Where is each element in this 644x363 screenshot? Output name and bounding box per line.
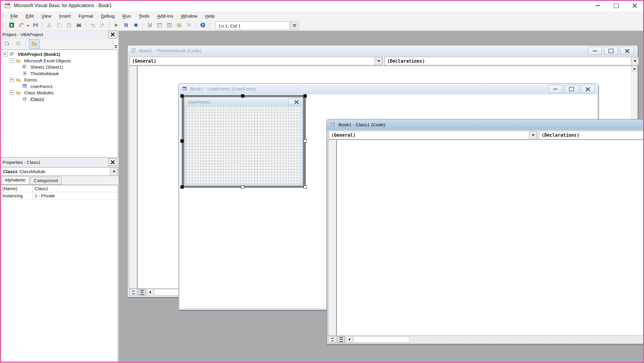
dropdown-arrow-button[interactable] — [631, 57, 639, 65]
object-selector-dropdown[interactable]: Class1 ClassModule — [1, 167, 118, 176]
property-value[interactable]: Class1 — [33, 186, 118, 191]
minimize-button[interactable] — [588, 0, 607, 11]
userform-grid-surface[interactable] — [186, 106, 301, 184]
find-button[interactable] — [75, 22, 83, 30]
object-dropdown[interactable]: (General) — [329, 131, 537, 139]
userform-minimize-button[interactable] — [548, 85, 562, 93]
menu-item-insert[interactable]: Insert — [55, 11, 75, 21]
procedure-dropdown[interactable]: (Declarations) — [539, 131, 644, 139]
userform-window-titlebar[interactable]: Book1 - UserForm1 (UserForm) — [179, 84, 598, 94]
property-value[interactable]: 1 - Private — [33, 193, 118, 198]
tree-item-class-modules[interactable]: Class Modules — [1, 90, 118, 96]
project-panel-header[interactable]: Project - VBAProject — [0, 30, 119, 39]
tree-expander-icon[interactable] — [3, 52, 8, 56]
properties-panel-close-button[interactable] — [108, 159, 117, 166]
tree-expander-icon[interactable] — [10, 90, 14, 95]
break-button[interactable] — [122, 22, 130, 30]
menu-item-edit[interactable]: Edit — [22, 11, 38, 21]
userform-restore-button[interactable] — [565, 85, 579, 93]
thisworkbook-restore-button[interactable] — [604, 47, 618, 55]
dropdown-arrow-button[interactable] — [110, 167, 118, 176]
resize-handle-top-right[interactable] — [303, 94, 307, 98]
resize-handle-top-center[interactable] — [241, 94, 244, 98]
redo-button[interactable] — [98, 22, 106, 30]
design-mode-button[interactable] — [145, 22, 154, 30]
insert-userform-button[interactable] — [17, 22, 25, 30]
menu-item-add-ins[interactable]: Add-Ins — [153, 11, 177, 21]
procedure-view-button[interactable] — [329, 336, 336, 343]
class1-titlebar[interactable]: Book1 - Class1 (Code) — [327, 119, 644, 130]
thisworkbook-minimize-button[interactable] — [588, 47, 602, 55]
resize-handle-middle-left[interactable] — [180, 139, 184, 143]
view-microsoft-excel-button[interactable]: X — [7, 22, 16, 30]
toolbar-options-button[interactable] — [290, 21, 299, 30]
maximize-button[interactable] — [607, 0, 625, 11]
view-object-button[interactable] — [13, 40, 23, 48]
tree-expander-icon[interactable] — [10, 78, 14, 82]
tab-categorized[interactable]: Categorized — [30, 177, 62, 184]
properties-window-button[interactable] — [165, 22, 173, 30]
menu-item-file[interactable]: File — [7, 11, 22, 21]
menu-item-run[interactable]: Run — [119, 11, 135, 21]
insert-object-dropdown-button[interactable] — [26, 22, 30, 30]
help-button[interactable]: ? — [199, 22, 207, 30]
procedure-dropdown[interactable]: (Declarations) — [384, 57, 639, 65]
tree-item-class1[interactable]: Class1 — [1, 96, 118, 103]
project-panel-close-button[interactable] — [108, 31, 117, 38]
menu-item-help[interactable]: Help — [201, 11, 219, 21]
dropdown-arrow-button[interactable] — [375, 57, 382, 65]
scroll-left-button[interactable] — [147, 289, 153, 296]
full-module-view-button[interactable] — [138, 289, 146, 296]
menubar-grip-handle[interactable] — [2, 13, 4, 19]
resize-handle-bottom-center[interactable] — [241, 185, 244, 189]
toolbar-grip-handle[interactable] — [2, 23, 4, 28]
menu-item-tools[interactable]: Tools — [135, 11, 153, 21]
userform-canvas-titlebar[interactable]: UserForm1 — [184, 97, 303, 106]
save-button[interactable] — [31, 22, 39, 30]
property-row-instancing[interactable]: Instancing1 - Private — [1, 192, 118, 199]
project-explorer-button[interactable] — [155, 22, 163, 30]
tree-item-sheet1-sheet1[interactable]: Sheet1 (Sheet1) — [1, 64, 118, 70]
userform-canvas[interactable]: UserForm1 — [184, 97, 303, 186]
undo-button[interactable] — [88, 22, 96, 30]
tab-alphabetic[interactable]: Alphabetic — [1, 176, 29, 184]
menu-item-view[interactable]: View — [38, 11, 55, 21]
view-code-button[interactable] — [2, 40, 12, 48]
resize-handle-bottom-left[interactable] — [180, 185, 184, 189]
tree-item-userform1[interactable]: UserForm1 — [1, 83, 118, 90]
scrollbar-track[interactable] — [410, 336, 644, 342]
code-editor-class1[interactable] — [328, 140, 644, 336]
project-toolbar-overflow-button[interactable] — [113, 39, 119, 50]
procedure-view-button[interactable] — [129, 289, 137, 296]
tree-item-vbaproject-book1[interactable]: VBAProject (Book1) — [1, 51, 118, 58]
paste-button[interactable] — [65, 22, 73, 30]
scrollbar-thumb[interactable] — [353, 336, 410, 343]
run-button[interactable] — [112, 22, 120, 30]
resize-handle-top-left[interactable] — [180, 94, 184, 98]
properties-panel-header[interactable]: Properties - Class1 — [0, 158, 119, 167]
dropdown-arrow-button[interactable] — [529, 131, 537, 139]
tree-item-microsoft-excel-objects[interactable]: Microsoft Excel Objects — [1, 58, 118, 64]
userform-canvas-close-button[interactable] — [289, 98, 301, 105]
close-button[interactable] — [625, 0, 644, 11]
property-row-name[interactable]: (Name)Class1 — [1, 185, 118, 192]
object-browser-button[interactable] — [175, 22, 183, 30]
toolbox-button[interactable] — [185, 22, 193, 30]
reset-button[interactable] — [132, 22, 140, 30]
copy-button[interactable] — [55, 22, 63, 30]
tree-item-thisworkbook[interactable]: XThisWorkbook — [1, 70, 118, 77]
tree-expander-icon[interactable] — [10, 59, 14, 63]
menu-item-format[interactable]: Format — [75, 11, 97, 21]
scroll-up-button[interactable] — [632, 66, 637, 71]
resize-handle-middle-right[interactable] — [303, 139, 307, 143]
resize-handle-bottom-right[interactable] — [303, 185, 307, 189]
thisworkbook-titlebar[interactable]: Book1 - ThisWorkbook (Code) — [128, 45, 638, 56]
menu-item-window[interactable]: Window — [177, 11, 201, 21]
full-module-view-button[interactable] — [337, 336, 345, 343]
toggle-folders-button[interactable] — [29, 39, 39, 49]
tree-item-forms[interactable]: Forms — [1, 77, 118, 83]
object-dropdown[interactable]: (General) — [129, 57, 383, 65]
scroll-left-button[interactable] — [346, 336, 352, 343]
main-titlebar[interactable]: Microsoft Visual Basic for Applications … — [0, 0, 644, 11]
thisworkbook-close-button[interactable] — [620, 47, 634, 55]
